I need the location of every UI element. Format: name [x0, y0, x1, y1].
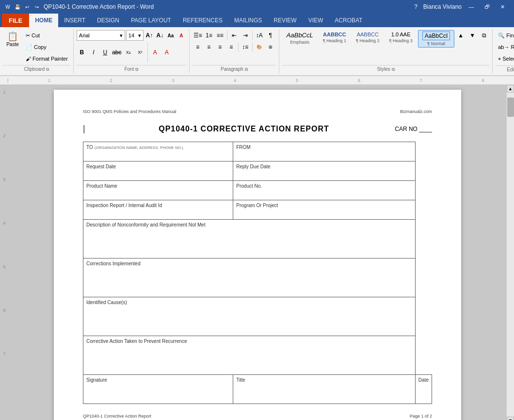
style-heading2[interactable]: AABBCC ¶ Heading 2 [352, 30, 384, 45]
title-label: Title [236, 377, 245, 383]
restore-button[interactable]: 🗗 [479, 0, 495, 14]
font-shrink-button[interactable]: A↓ [155, 30, 165, 41]
redo-icon[interactable]: ↪ [33, 3, 41, 11]
borders-button[interactable]: ⊞ [265, 42, 276, 52]
font-size-selector[interactable]: 14 ▾ [126, 30, 144, 41]
scroll-up-button[interactable]: ▲ [507, 85, 514, 93]
tab-page-layout[interactable]: PAGE LAYOUT [125, 14, 177, 27]
styles-scroll-up[interactable]: ▲ [455, 30, 466, 41]
cell-inspection: Inspection Report / Internal Audit Id [83, 200, 233, 220]
paste-button[interactable]: 📋 Paste [3, 30, 22, 49]
minimize-button[interactable]: — [464, 0, 479, 14]
product-name-label: Product Name [86, 183, 117, 189]
ruler-n8: 8 [482, 78, 484, 83]
undo-icon[interactable]: ↩ [23, 3, 31, 11]
numbering-button[interactable]: 1≡ [204, 30, 214, 41]
paste-label: Paste [6, 42, 19, 47]
margin-marker-5: 5 [3, 264, 5, 269]
style-heading3[interactable]: 1.0 AAE ¶ Heading 3 [385, 30, 417, 45]
editing-label: Editing [496, 65, 514, 72]
style-heading1[interactable]: AABBCC ¶ Heading 1 [319, 30, 351, 45]
ruler-numbers: 1 2 3 4 5 6 7 8 [18, 78, 514, 83]
line-spacing-button[interactable]: ↕≡ [240, 42, 251, 52]
style-emphasis[interactable]: AaBbCcL Emphasis [282, 30, 318, 46]
cell-product-name: Product Name [83, 181, 233, 200]
strikethrough-button[interactable]: abc [112, 47, 122, 58]
doc-header-right: Bizmanualz.com [400, 109, 432, 114]
clipboard-content: 📋 Paste ✂ Cut 📄 Copy 🖌 Format Painter [3, 30, 70, 64]
shading-button[interactable]: 🎨 [254, 42, 265, 52]
cell-reply-date: Reply Due Date [233, 162, 416, 181]
font-color-button[interactable]: A [161, 47, 172, 58]
title-bar: W 💾 ↩ ↪ QP1040-1 Corrective Action Repor… [0, 0, 514, 14]
clear-format-button[interactable]: Aa [166, 30, 176, 41]
styles-expand[interactable]: ⧉ [479, 30, 489, 41]
sort-button[interactable]: ↕A [254, 30, 265, 41]
tab-view[interactable]: VIEW [303, 14, 329, 27]
styles-scroll-down[interactable]: ▼ [467, 30, 478, 41]
tab-file[interactable]: FILE [2, 14, 29, 27]
close-button[interactable]: ✕ [495, 0, 510, 14]
clipboard-label: Clipboard ⧉ [3, 65, 70, 72]
decrease-indent-button[interactable]: ⇤ [229, 30, 240, 41]
tab-insert[interactable]: INSERT [58, 14, 91, 27]
cut-button[interactable]: ✂ Cut [23, 30, 70, 41]
main-area: 1 2 3 4 5 6 7 ISO 9001 QMS Policies and … [0, 85, 514, 420]
scroll-down-button[interactable]: ▼ [507, 417, 514, 420]
select-button[interactable]: ⌖ Select ▾ [496, 53, 514, 64]
bold-button[interactable]: B [77, 47, 87, 58]
multilevel-button[interactable]: ≡≡ [215, 30, 225, 41]
reply-date-label: Reply Due Date [236, 164, 271, 169]
style-heading3-label: ¶ Heading 3 [389, 38, 412, 43]
signature-label: Signature [86, 377, 107, 383]
ruler-n4: 4 [234, 78, 236, 83]
scroll-thumb[interactable] [507, 97, 514, 117]
window-controls: — 🗗 ✕ [464, 0, 510, 14]
find-button[interactable]: 🔍 Find ▾ [496, 30, 514, 41]
underline-button[interactable]: U [100, 47, 111, 58]
vertical-scrollbar[interactable]: ▲ ▼ [506, 85, 514, 420]
tab-mailings[interactable]: MAILINGS [228, 14, 268, 27]
para-row-2: ≡ ≡ ≡ ≡ ↕≡ 🎨 ⊞ [193, 42, 276, 52]
doc-header-left: ISO 9001 QMS Policies and Procedures Man… [83, 109, 177, 114]
subscript-button[interactable]: X₂ [123, 47, 134, 58]
copy-button[interactable]: 📄 Copy [23, 42, 70, 52]
style-normal-preview: AaBbCcI [422, 32, 450, 40]
highlight-button[interactable]: A [150, 47, 161, 58]
align-right-button[interactable]: ≡ [215, 42, 225, 52]
product-no-label: Product No. [236, 183, 262, 189]
align-center-button[interactable]: ≡ [204, 42, 214, 52]
font-label: Font ⧉ [77, 65, 186, 72]
superscript-button[interactable]: X² [135, 47, 145, 58]
tab-acrobat[interactable]: ACROBAT [329, 14, 368, 27]
justify-button[interactable]: ≡ [226, 42, 237, 52]
ribbon-body: 📋 Paste ✂ Cut 📄 Copy 🖌 Format Painter Cl… [0, 27, 514, 76]
font-grow-button[interactable]: A↑ [145, 30, 154, 41]
tab-design[interactable]: DESIGN [91, 14, 125, 27]
font-family-selector[interactable]: Arial ▾ [77, 30, 125, 41]
tab-review[interactable]: REVIEW [268, 14, 302, 27]
bullets-button[interactable]: ☰≡ [193, 30, 203, 41]
tab-references[interactable]: REFERENCES [177, 14, 228, 27]
align-left-button[interactable]: ≡ [193, 42, 203, 52]
italic-button[interactable]: I [88, 47, 99, 58]
table-row-causes: Identified Cause(s) [83, 297, 432, 336]
show-hide-button[interactable]: ¶ [265, 30, 276, 41]
table-row-nonconformity: Description of Nonconformity and Require… [83, 220, 432, 258]
format-painter-button[interactable]: 🖌 Format Painter [23, 53, 70, 64]
document-page[interactable]: ISO 9001 QMS Policies and Procedures Man… [54, 90, 461, 420]
help-icon[interactable]: ? [414, 3, 418, 10]
style-normal[interactable]: AaBbCcI ¶ Normal [418, 30, 454, 48]
form-table: TO (ORGANIZATION NAME, ADDRESS, PHONE NO… [83, 142, 432, 404]
car-no-area: CAR NO ____ [395, 126, 432, 132]
tab-home[interactable]: HOME [29, 14, 58, 27]
text-effects-button[interactable]: A [177, 30, 186, 41]
replace-button[interactable]: ab→ Replace [496, 42, 514, 52]
user-name[interactable]: Bianca Viviano [423, 3, 462, 10]
cell-corrective-action: Corrective Action Taken to Prevent Recur… [83, 336, 416, 375]
increase-indent-button[interactable]: ⇥ [240, 30, 251, 41]
cell-causes: Identified Cause(s) [83, 297, 416, 336]
save-icon[interactable]: 💾 [14, 3, 21, 11]
scroll-track[interactable] [507, 93, 514, 417]
font-size-arrow: ▾ [138, 32, 141, 39]
